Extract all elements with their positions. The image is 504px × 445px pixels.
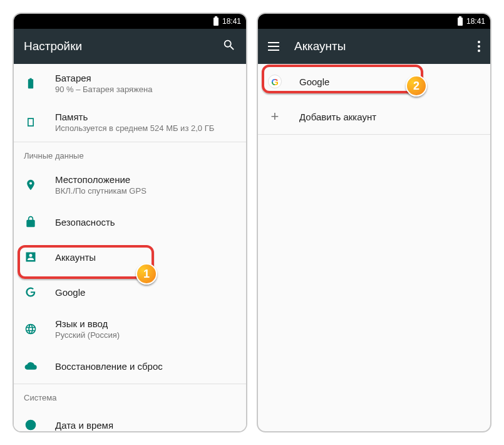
lock-icon — [24, 215, 38, 229]
app-bar: Аккаунты — [258, 29, 490, 64]
clock-icon — [24, 418, 38, 432]
section-personal: Личные данные — [14, 142, 246, 165]
item-label: Память — [55, 112, 214, 122]
item-accounts[interactable]: Аккаунты — [14, 239, 246, 275]
item-label: Язык и ввод — [55, 318, 120, 329]
item-backup[interactable]: Восстановление и сброс — [14, 348, 246, 384]
battery-icon — [458, 18, 463, 26]
add-account[interactable]: + Добавить аккаунт — [258, 99, 490, 134]
item-memory[interactable]: Память Используется в среднем 524 МБ из … — [14, 103, 246, 142]
item-label: Google — [55, 287, 85, 298]
phone-left: 18:41 Настройки Батарея 90 % – Батарея з… — [13, 13, 247, 432]
item-label: Дата и время — [55, 420, 113, 431]
item-datetime[interactable]: Дата и время — [14, 407, 246, 432]
item-sub: Русский (Россия) — [55, 330, 120, 340]
status-bar: 18:41 — [14, 14, 246, 29]
battery-icon — [213, 18, 219, 26]
item-sub: Используется в среднем 524 МБ из 2,0 ГБ — [55, 123, 214, 133]
account-icon — [24, 250, 38, 264]
section-system: Система — [14, 384, 246, 407]
cloud-icon — [24, 359, 38, 373]
google-icon: G — [268, 75, 282, 88]
item-battery[interactable]: Батарея 90 % – Батарея заряжена — [14, 64, 246, 103]
item-label: Восстановление и сброс — [55, 361, 163, 372]
phone-right: 18:41 Аккаунты G Google + Добавить аккау… — [257, 13, 491, 432]
clock: 18:41 — [466, 17, 485, 26]
plus-icon: + — [268, 108, 282, 125]
item-google[interactable]: Google — [14, 275, 246, 310]
item-label: Аккаунты — [55, 252, 96, 263]
globe-icon — [24, 322, 38, 336]
overflow-icon[interactable] — [478, 41, 480, 52]
location-icon — [24, 178, 38, 192]
item-label: Батарея — [55, 73, 152, 83]
app-bar: Настройки — [14, 29, 246, 64]
page-title: Аккаунты — [294, 39, 463, 53]
page-title: Настройки — [24, 39, 207, 53]
status-bar: 18:41 — [258, 14, 490, 29]
accounts-list: G Google + Добавить аккаунт — [258, 64, 490, 135]
item-sub: ВКЛ./По спутникам GPS — [55, 186, 147, 196]
clock: 18:41 — [222, 17, 241, 26]
item-label: Добавить аккаунт — [299, 112, 376, 122]
settings-list: Батарея 90 % – Батарея заряжена Память И… — [14, 64, 246, 432]
item-label: Google — [299, 76, 329, 87]
item-location[interactable]: Местоположение ВКЛ./По спутникам GPS — [14, 165, 246, 204]
item-label: Местоположение — [55, 174, 147, 185]
memory-icon — [24, 115, 38, 129]
item-label: Безопасность — [55, 217, 115, 228]
item-sub: 90 % – Батарея заряжена — [55, 85, 152, 94]
menu-icon[interactable] — [268, 42, 279, 51]
item-security[interactable]: Безопасность — [14, 204, 246, 239]
battery-icon — [24, 76, 38, 90]
item-language[interactable]: Язык и ввод Русский (Россия) — [14, 310, 246, 348]
search-icon[interactable] — [222, 38, 236, 55]
account-google[interactable]: G Google — [258, 64, 490, 99]
divider — [258, 134, 490, 135]
google-icon — [24, 285, 38, 299]
